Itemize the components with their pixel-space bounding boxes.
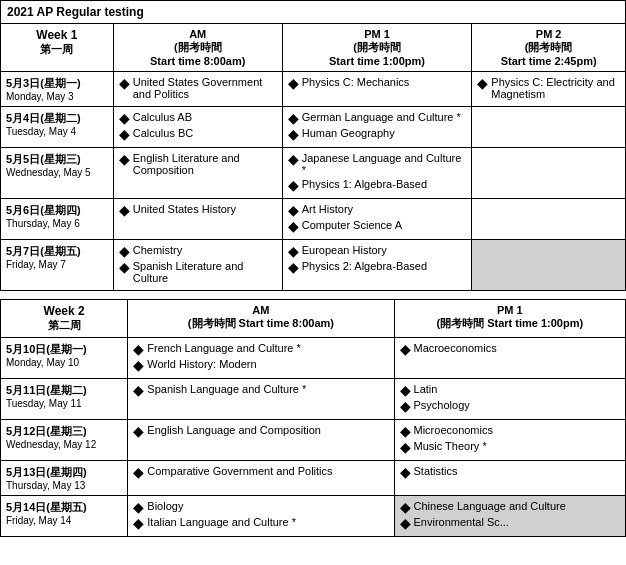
bullet-icon: ◆ xyxy=(119,127,130,141)
bullet-icon: ◆ xyxy=(288,111,299,125)
bullet-icon: ◆ xyxy=(400,424,411,438)
bullet-icon: ◆ xyxy=(400,500,411,514)
bullet-icon: ◆ xyxy=(288,244,299,258)
bullet-icon: ◆ xyxy=(288,219,299,233)
date-cell: 5月11日(星期二) Tuesday, May 11 xyxy=(1,379,128,420)
week1-table: Week 1 第一周 AM (開考時間 Start time 8:00am) P… xyxy=(0,23,626,291)
list-item: ◆ German Language and Culture * xyxy=(288,111,467,125)
list-item: ◆ French Language and Culture * xyxy=(133,342,388,356)
bullet-icon: ◆ xyxy=(288,178,299,192)
week1-header-week: Week 1 第一周 xyxy=(1,24,114,72)
bullet-icon: ◆ xyxy=(133,342,144,356)
list-item: ◆ Biology xyxy=(133,500,388,514)
bullet-icon: ◆ xyxy=(288,203,299,217)
list-item: ◆ United States History xyxy=(119,203,277,217)
bullet-icon: ◆ xyxy=(119,111,130,125)
bullet-icon: ◆ xyxy=(288,152,299,166)
bullet-icon: ◆ xyxy=(133,516,144,530)
bullet-icon: ◆ xyxy=(400,465,411,479)
list-item: ◆ English Literature and Composition xyxy=(119,152,277,176)
list-item: ◆ Physics C: Electricity and Magnetism xyxy=(477,76,620,100)
bullet-icon: ◆ xyxy=(119,244,130,258)
date-cell: 5月12日(星期三) Wednesday, May 12 xyxy=(1,420,128,461)
list-item: ◆ Calculus BC xyxy=(119,127,277,141)
bullet-icon: ◆ xyxy=(400,383,411,397)
list-item: ◆ World History: Modern xyxy=(133,358,388,372)
list-item: ◆ Latin xyxy=(400,383,620,397)
week2-header-am: AM (開考時間 Start time 8:00am) xyxy=(128,300,394,338)
list-item: ◆ Macroeconomics xyxy=(400,342,620,356)
week1-header-pm2: PM 2 (開考時間 Start time 2:45pm) xyxy=(472,24,626,72)
list-item: ◆ Chemistry xyxy=(119,244,277,258)
bullet-icon: ◆ xyxy=(288,127,299,141)
bullet-icon: ◆ xyxy=(400,342,411,356)
week1-header-am: AM (開考時間 Start time 8:00am) xyxy=(113,24,282,72)
bullet-icon: ◆ xyxy=(477,76,488,90)
bullet-icon: ◆ xyxy=(288,76,299,90)
list-item: ◆ Human Geography xyxy=(288,127,467,141)
date-cell: 5月4日(星期二) Tuesday, May 4 xyxy=(1,107,114,148)
date-cell: 5月7日(星期五) Friday, May 7 xyxy=(1,240,114,291)
page-title: 2021 AP Regular testing xyxy=(0,0,626,23)
list-item: ◆ Physics C: Mechanics xyxy=(288,76,467,90)
list-item: ◆ Statistics xyxy=(400,465,620,479)
bullet-icon: ◆ xyxy=(133,500,144,514)
bullet-icon: ◆ xyxy=(133,465,144,479)
list-item: ◆ Microeconomics xyxy=(400,424,620,438)
date-cell: 5月10日(星期一) Monday, May 10 xyxy=(1,338,128,379)
bullet-icon: ◆ xyxy=(119,76,130,90)
week2-header-pm1: PM 1 (開考時間 Start time 1:00pm) xyxy=(394,300,625,338)
bullet-icon: ◆ xyxy=(119,152,130,166)
list-item: ◆ English Language and Composition xyxy=(133,424,388,438)
list-item: ◆ Physics 1: Algebra-Based xyxy=(288,178,467,192)
bullet-icon: ◆ xyxy=(119,203,130,217)
list-item: ◆ Chinese Language and Culture xyxy=(400,500,620,514)
list-item: ◆ European History xyxy=(288,244,467,258)
list-item: ◆ Spanish Language and Culture * xyxy=(133,383,388,397)
date-cell: 5月14日(星期五) Friday, May 14 xyxy=(1,496,128,537)
date-cell: 5月3日(星期一) Monday, May 3 xyxy=(1,72,114,107)
list-item: ◆ Physics 2: Algebra-Based xyxy=(288,260,467,274)
bullet-icon: ◆ xyxy=(119,260,130,274)
week2-header-week: Week 2 第二周 xyxy=(1,300,128,338)
list-item: ◆ Italian Language and Culture * xyxy=(133,516,388,530)
bullet-icon: ◆ xyxy=(133,358,144,372)
list-item: ◆ Japanese Language and Culture * xyxy=(288,152,467,176)
bullet-icon: ◆ xyxy=(400,399,411,413)
date-cell: 5月5日(星期三) Wednesday, May 5 xyxy=(1,148,114,199)
bullet-icon: ◆ xyxy=(133,424,144,438)
list-item: ◆ Psychology xyxy=(400,399,620,413)
date-cell: 5月6日(星期四) Thursday, May 6 xyxy=(1,199,114,240)
bullet-icon: ◆ xyxy=(133,383,144,397)
week2-table: Week 2 第二周 AM (開考時間 Start time 8:00am) P… xyxy=(0,299,626,537)
list-item: ◆ Comparative Government and Politics xyxy=(133,465,388,479)
date-cell: 5月13日(星期四) Thursday, May 13 xyxy=(1,461,128,496)
bullet-icon: ◆ xyxy=(288,260,299,274)
bullet-icon: ◆ xyxy=(400,516,411,530)
list-item: ◆ Calculus AB xyxy=(119,111,277,125)
list-item: ◆ Art History xyxy=(288,203,467,217)
list-item: ◆ Environmental Sc... xyxy=(400,516,620,530)
list-item: ◆ Music Theory * xyxy=(400,440,620,454)
week1-header-pm1: PM 1 (開考時間 Start time 1:00pm) xyxy=(282,24,472,72)
list-item: ◆ United States Government and Politics xyxy=(119,76,277,100)
list-item: ◆ Spanish Literature and Culture xyxy=(119,260,277,284)
bullet-icon: ◆ xyxy=(400,440,411,454)
list-item: ◆ Computer Science A xyxy=(288,219,467,233)
